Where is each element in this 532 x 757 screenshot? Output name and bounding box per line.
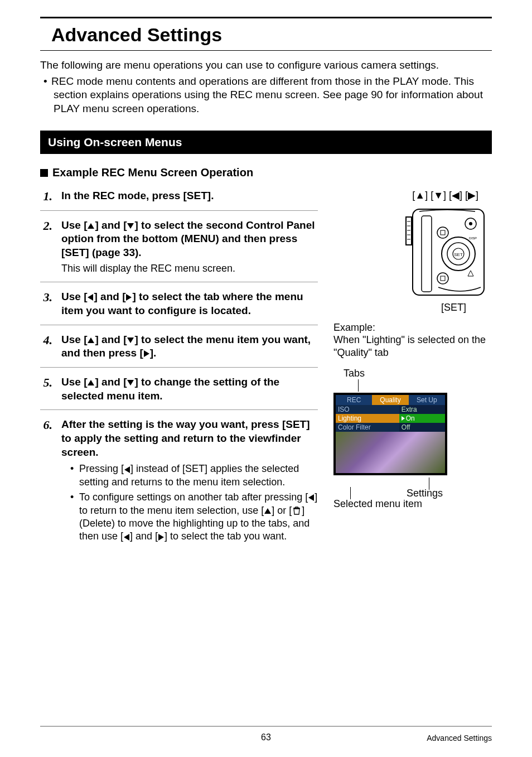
- step-5: 5. Use [] and [] to change the setting o…: [40, 367, 318, 409]
- right-arrow-icon: [126, 294, 132, 301]
- top-rule: [40, 17, 492, 18]
- selected-item-tick: [350, 487, 351, 499]
- menu-value-off: Off: [399, 423, 445, 432]
- set-button-label: [SET]: [333, 302, 492, 314]
- up-arrow-icon: [88, 380, 94, 385]
- steps-column: 1. In the REC mode, press [SET]. 2. Use …: [40, 189, 318, 552]
- step-2-text: Use [] and [] to select the second Contr…: [61, 219, 318, 260]
- step-3: 3. Use [] and [] to select the tab where…: [40, 282, 318, 324]
- up-arrow-icon: [264, 508, 271, 514]
- svg-rect-7: [422, 216, 432, 292]
- menu-item-color-filter: Color Filter: [336, 423, 399, 432]
- up-arrow-icon: [88, 223, 94, 229]
- svg-rect-18: [441, 276, 445, 281]
- title-underline: [40, 50, 492, 51]
- intro-bullet-text: REC mode menu contents and operations ar…: [51, 75, 483, 114]
- left-arrow-icon: [88, 294, 93, 301]
- menu-tab-quality: Quality: [372, 395, 408, 405]
- subsection-heading: Example REC Menu Screen Operation: [40, 166, 492, 179]
- step-number: 3.: [40, 290, 52, 317]
- tabs-annotation-tick: [358, 379, 359, 392]
- left-arrow-icon: [124, 534, 129, 541]
- step-6-bullet-1: • Pressing [] instead of [SET] applies t…: [70, 462, 318, 489]
- step-number: 1.: [40, 189, 52, 204]
- down-arrow-icon: [127, 223, 134, 229]
- tabs-annotation-label: Tabs: [344, 368, 492, 379]
- footer-rule: [40, 726, 492, 727]
- step-1-text: In the REC mode, press [SET].: [61, 189, 318, 203]
- step-6-bullet-2: • To configure settings on another tab a…: [70, 491, 318, 543]
- step-4: 4. Use [] and [] to select the menu item…: [40, 325, 318, 367]
- svg-text:DISP: DISP: [469, 237, 477, 240]
- right-arrow-icon: [144, 350, 149, 357]
- page-title: Advanced Settings: [51, 24, 492, 46]
- step-4-text: Use [] and [] to select the menu item yo…: [61, 333, 318, 360]
- down-arrow-icon: [127, 380, 134, 385]
- svg-point-11: [469, 222, 472, 225]
- menu-tab-setup: Set Up: [409, 395, 445, 405]
- up-arrow-icon: [88, 337, 94, 343]
- settings-annotation-label: Settings: [407, 488, 443, 499]
- arrow-keys-label: [▲] [▼] [◀] [▶]: [333, 189, 492, 201]
- step-number: 2.: [40, 219, 52, 275]
- step-1: 1. In the REC mode, press [SET].: [40, 189, 318, 210]
- menu-item-lighting: Lighting: [336, 414, 399, 423]
- step-2: 2. Use [] and [] to select the second Co…: [40, 210, 318, 282]
- svg-text:SET: SET: [454, 252, 463, 257]
- illustration-column: [▲] [▼] [◀] [▶] SET DISP: [333, 189, 492, 552]
- menu-tab-rec: REC: [336, 395, 372, 405]
- intro-bullet: •REC mode menu contents and operations a…: [40, 75, 492, 116]
- intro-text: The following are menu operations you ca…: [40, 59, 492, 73]
- square-bullet-icon: [40, 169, 48, 177]
- step-2-note: This will display the REC menu screen.: [61, 262, 318, 275]
- step-5-text: Use [] and [] to change the setting of t…: [61, 375, 318, 403]
- section-bar: Using On-screen Menus: [40, 131, 492, 154]
- example-caption: Example: When "Lighting" is selected on …: [333, 321, 492, 359]
- selected-item-annotation-label: Selected menu item: [333, 498, 492, 510]
- menu-screen-illustration: REC Quality Set Up ISO Lighting Color Fi…: [333, 393, 447, 475]
- step-3-text: Use [] and [] to select the tab where th…: [61, 290, 318, 317]
- svg-point-17: [437, 273, 448, 284]
- right-arrow-icon: [158, 534, 164, 541]
- step-6-text: After the setting is the way you want, p…: [61, 418, 318, 459]
- svg-rect-9: [441, 230, 445, 235]
- menu-value-on: On: [399, 414, 445, 423]
- down-arrow-icon: [127, 337, 134, 343]
- step-number: 6.: [40, 418, 52, 545]
- left-arrow-icon: [124, 466, 130, 473]
- trash-icon: [293, 507, 301, 515]
- left-arrow-icon: [308, 494, 314, 501]
- step-6: 6. After the setting is the way you want…: [40, 409, 318, 552]
- step-number: 5.: [40, 375, 52, 403]
- subsection-heading-text: Example REC Menu Screen Operation: [52, 166, 253, 179]
- svg-point-8: [437, 227, 448, 238]
- menu-preview-photo: [336, 432, 445, 473]
- svg-rect-0: [413, 209, 484, 295]
- menu-value-extra: Extra: [399, 405, 445, 414]
- menu-item-iso: ISO: [336, 405, 399, 414]
- footer-section-name: Advanced Settings: [427, 734, 492, 742]
- step-number: 4.: [40, 333, 52, 360]
- camera-back-illustration: SET DISP: [403, 206, 486, 298]
